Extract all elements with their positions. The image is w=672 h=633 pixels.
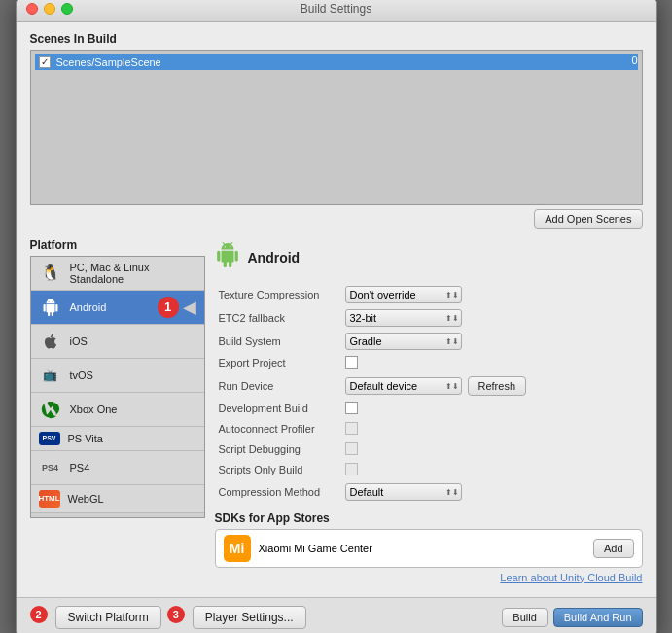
platform-label-webgl: WebGL bbox=[68, 493, 196, 505]
build-button[interactable]: Build bbox=[502, 608, 547, 627]
scenes-section: Scenes In Build Scenes/SampleScene 0 Add… bbox=[30, 32, 643, 229]
setting-label-scripts-only: Scripts Only Build bbox=[215, 460, 341, 480]
setting-label-run-device: Run Device bbox=[215, 373, 341, 399]
sdk-add-button[interactable]: Add bbox=[593, 539, 634, 558]
texture-compression-select[interactable]: Don't override bbox=[345, 286, 462, 303]
sdk-mi-icon: Mi bbox=[224, 535, 251, 562]
compression-dropdown-wrapper: Default bbox=[345, 483, 462, 501]
add-open-scenes-button[interactable]: Add Open Scenes bbox=[534, 209, 642, 229]
close-button[interactable] bbox=[26, 3, 38, 15]
autoconnect-checkbox bbox=[345, 422, 358, 435]
platform-label-android: Android bbox=[70, 301, 154, 313]
android-header-icon bbox=[215, 242, 240, 273]
setting-label-etc2: ETC2 fallback bbox=[215, 306, 341, 330]
android-header: Android bbox=[215, 242, 643, 273]
sdk-row: Mi Xiaomi Mi Game Center Add bbox=[215, 529, 643, 568]
platform-icon-xbox bbox=[39, 398, 62, 421]
setting-row-script-debug: Script Debugging bbox=[215, 440, 643, 460]
etc2-select[interactable]: 32-bit bbox=[345, 309, 462, 327]
setting-value-dev-build bbox=[341, 399, 643, 419]
development-build-checkbox[interactable] bbox=[345, 402, 358, 414]
traffic-lights bbox=[26, 3, 73, 15]
setting-row-run-device: Run Device Default device Refresh bbox=[215, 373, 643, 399]
setting-row-build-system: Build System Gradle bbox=[215, 330, 643, 353]
settings-table: Texture Compression Don't override ETC bbox=[215, 283, 643, 504]
platform-list[interactable]: 🐧 PC, Mac & Linux Standalone Android 1 ◀ bbox=[30, 256, 205, 518]
badge-2: 2 bbox=[30, 606, 48, 623]
platform-item-psvita[interactable]: PSV PS Vita bbox=[31, 427, 204, 451]
sdk-name: Xiaomi Mi Game Center bbox=[259, 543, 585, 554]
platform-item-webgl[interactable]: HTML WebGL bbox=[31, 485, 204, 513]
right-panel: Android Texture Compression Don't overri… bbox=[215, 238, 643, 587]
platform-item-ps4[interactable]: PS4 PS4 bbox=[31, 451, 204, 485]
sdks-label: SDKs for App Stores bbox=[215, 511, 643, 525]
texture-dropdown-wrapper: Don't override bbox=[345, 286, 462, 303]
badge-3: 3 bbox=[167, 606, 185, 623]
script-debugging-checkbox bbox=[345, 442, 358, 455]
build-settings-window: Build Settings Scenes In Build Scenes/Sa… bbox=[16, 0, 657, 633]
platform-label-ps4: PS4 bbox=[70, 462, 196, 474]
platform-icon-ps4: PS4 bbox=[39, 456, 62, 479]
titlebar: Build Settings bbox=[17, 0, 656, 22]
setting-row-scripts-only: Scripts Only Build bbox=[215, 460, 643, 480]
setting-value-build-system: Gradle bbox=[341, 330, 643, 353]
android-selected-badge: 1 bbox=[158, 297, 179, 318]
setting-row-autoconnect: Autoconnect Profiler bbox=[215, 419, 643, 440]
setting-label-build-system: Build System bbox=[215, 330, 341, 353]
setting-value-script-debug bbox=[341, 440, 643, 460]
sdk-icon-text: Mi bbox=[230, 541, 245, 556]
platform-label-pc: PC, Mac & Linux Standalone bbox=[70, 262, 196, 285]
platform-icon-ios bbox=[39, 330, 62, 353]
bottom-bar: 2 Switch Platform 3 Player Settings... B… bbox=[17, 597, 656, 634]
platform-item-ios[interactable]: iOS bbox=[31, 325, 204, 359]
learn-unity-cloud-link[interactable]: Learn about Unity Cloud Build bbox=[215, 572, 643, 583]
platform-icon-webgl: HTML bbox=[39, 490, 60, 508]
platform-icon-psvita: PSV bbox=[39, 432, 60, 445]
setting-row-etc2: ETC2 fallback 32-bit bbox=[215, 306, 643, 330]
scene-checkbox[interactable] bbox=[39, 56, 51, 68]
platform-item-xbox[interactable]: Xbox One bbox=[31, 393, 204, 427]
player-settings-button[interactable]: Player Settings... bbox=[193, 606, 306, 629]
scripts-only-checkbox bbox=[345, 463, 358, 475]
run-device-row: Default device Refresh bbox=[345, 376, 639, 396]
platform-icon-tvos: 📺 bbox=[39, 364, 62, 387]
build-system-select[interactable]: Gradle bbox=[345, 333, 462, 350]
scene-name: Scenes/SampleScene bbox=[56, 56, 634, 68]
current-platform-indicator: ◀ bbox=[183, 297, 196, 318]
export-project-checkbox[interactable] bbox=[345, 356, 358, 369]
platform-label-xbox: Xbox One bbox=[70, 404, 196, 415]
main-content: Scenes In Build Scenes/SampleScene 0 Add… bbox=[17, 22, 656, 597]
setting-label-script-debug: Script Debugging bbox=[215, 440, 341, 460]
scenes-section-label: Scenes In Build bbox=[30, 32, 643, 46]
setting-value-texture: Don't override bbox=[341, 283, 643, 306]
switch-platform-button[interactable]: Switch Platform bbox=[55, 606, 161, 629]
platform-label-tvos: tvOS bbox=[70, 369, 196, 381]
minimize-button[interactable] bbox=[44, 3, 55, 15]
platform-item-pc[interactable]: 🐧 PC, Mac & Linux Standalone bbox=[31, 257, 204, 291]
platform-label-psvita: PS Vita bbox=[68, 433, 196, 444]
compression-select[interactable]: Default bbox=[345, 483, 462, 501]
build-system-dropdown-wrapper: Gradle bbox=[345, 333, 462, 350]
add-open-scenes-row: Add Open Scenes bbox=[30, 209, 643, 229]
setting-value-run-device: Default device Refresh bbox=[341, 373, 643, 399]
platform-icon-pc: 🐧 bbox=[39, 262, 62, 285]
scenes-box: Scenes/SampleScene 0 bbox=[30, 50, 643, 205]
setting-row-export: Export Project bbox=[215, 353, 643, 373]
refresh-button[interactable]: Refresh bbox=[468, 376, 527, 396]
sdks-section: SDKs for App Stores Mi Xiaomi Mi Game Ce… bbox=[215, 511, 643, 583]
platform-item-tvos[interactable]: 📺 tvOS bbox=[31, 359, 204, 393]
bottom-bar-left: 2 Switch Platform 3 Player Settings... bbox=[30, 606, 497, 629]
etc2-dropdown-wrapper: 32-bit bbox=[345, 309, 462, 327]
fullscreen-button[interactable] bbox=[61, 3, 73, 15]
setting-value-autoconnect bbox=[341, 419, 643, 440]
scene-index: 0 bbox=[631, 54, 637, 66]
setting-label-dev-build: Development Build bbox=[215, 399, 341, 419]
platform-item-android[interactable]: Android 1 ◀ bbox=[31, 291, 204, 325]
build-and-run-button[interactable]: Build And Run bbox=[553, 608, 643, 627]
setting-value-export bbox=[341, 353, 643, 373]
platform-label-ios: iOS bbox=[70, 335, 196, 347]
setting-value-scripts-only bbox=[341, 460, 643, 480]
platform-label: Platform bbox=[30, 238, 205, 252]
run-device-select[interactable]: Default device bbox=[345, 377, 462, 395]
setting-label-export: Export Project bbox=[215, 353, 341, 373]
